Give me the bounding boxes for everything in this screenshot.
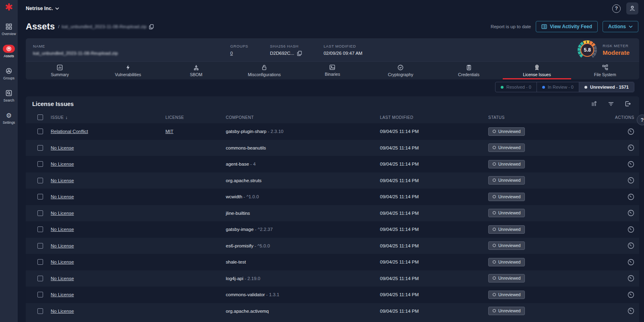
issue-link[interactable]: Relational Conflict [51, 129, 88, 134]
org-switcher[interactable]: Netrise Inc. [26, 6, 59, 11]
risk-gauge: 5.8 [578, 40, 597, 60]
status-badge-label: Unreviewed [498, 194, 520, 199]
table-row[interactable]: No License jline-builtins 09/04/25 11:14… [26, 205, 639, 222]
filter-icon[interactable] [608, 101, 614, 107]
tab-misconfigurations[interactable]: Misconfigurations [230, 62, 298, 79]
history-action-icon[interactable] [627, 177, 634, 184]
license-link[interactable]: MIT [165, 129, 173, 134]
status-badge[interactable]: Unreviewed [488, 176, 525, 185]
row-checkbox[interactable] [37, 161, 43, 167]
row-checkbox[interactable] [37, 210, 43, 216]
component-version: - ^5.0.0 [253, 243, 270, 248]
column-header-modified[interactable]: LAST MODIFIED [380, 115, 488, 120]
filter-in-review[interactable]: In Review - 0 [537, 82, 579, 92]
status-badge[interactable]: Unreviewed [488, 193, 525, 201]
table-row[interactable]: No License agent-base - 4 09/04/25 11:14… [26, 156, 639, 172]
history-action-icon[interactable] [627, 226, 634, 233]
view-activity-feed-button[interactable]: View Activity Feed [536, 21, 598, 32]
row-checkbox[interactable] [37, 226, 43, 232]
history-action-icon[interactable] [627, 259, 634, 266]
sidebar-item-groups[interactable]: Groups [3, 67, 15, 80]
issue-link[interactable]: No License [51, 243, 74, 248]
tab-cryptography[interactable]: Cryptography [367, 62, 435, 79]
table-row[interactable]: No License commons-beanutils 09/04/25 11… [26, 140, 639, 156]
issue-link[interactable]: No License [51, 292, 74, 297]
groups-count-link[interactable]: 0 [230, 51, 233, 56]
history-action-icon[interactable] [627, 242, 634, 249]
tab-vulnerabilities[interactable]: Vulnerabilities [94, 62, 162, 79]
row-checkbox[interactable] [37, 129, 43, 134]
table-row[interactable]: Relational Conflict MIT gatsby-plugin-sh… [26, 123, 639, 140]
history-action-icon[interactable] [627, 128, 634, 135]
tab-binaries[interactable]: Binaries [298, 62, 366, 79]
issue-link[interactable]: No License [51, 178, 74, 183]
export-icon[interactable] [625, 101, 631, 107]
help-icon[interactable]: ? [612, 4, 621, 13]
table-row[interactable]: No License org.apache.activemq 09/04/25 … [26, 303, 639, 320]
tab-file-system[interactable]: File System [571, 62, 639, 79]
row-checkbox[interactable] [37, 308, 43, 314]
tab-sbom[interactable]: SBOM [162, 62, 230, 79]
select-all-checkbox[interactable] [37, 114, 43, 120]
status-badge[interactable]: Unreviewed [488, 307, 525, 315]
history-action-icon[interactable] [627, 161, 634, 168]
sidebar-item-search[interactable]: Search [3, 89, 15, 102]
status-badge[interactable]: Unreviewed [488, 241, 525, 250]
status-badge[interactable]: Unreviewed [488, 225, 525, 234]
row-checkbox[interactable] [37, 145, 43, 151]
history-action-icon[interactable] [627, 210, 634, 216]
column-settings-icon[interactable] [591, 101, 597, 107]
column-header-issue[interactable]: ISSUE↓ [43, 115, 165, 120]
table-row[interactable]: No License shale-test 09/04/25 11:14 PM … [26, 254, 639, 270]
tab-credentials[interactable]: Credentials [435, 62, 503, 79]
issue-link[interactable]: No License [51, 211, 74, 216]
history-action-icon[interactable] [627, 275, 634, 282]
issue-link[interactable]: No License [51, 309, 74, 314]
actions-button[interactable]: Actions [603, 21, 638, 32]
table-row[interactable]: No License gatsby-image - ^2.2.37 09/04/… [26, 221, 639, 238]
column-header-component[interactable]: COMPONENT [226, 115, 380, 120]
copy-icon[interactable] [149, 24, 154, 29]
issue-link[interactable]: No License [51, 194, 74, 199]
status-badge[interactable]: Unreviewed [488, 258, 525, 266]
sidebar-item-assets[interactable]: Assets [3, 45, 15, 58]
row-checkbox[interactable] [37, 276, 43, 281]
history-action-icon[interactable] [627, 193, 634, 200]
filter-resolved[interactable]: Resolved - 0 [495, 82, 537, 92]
issue-link[interactable]: No License [51, 260, 74, 264]
row-checkbox[interactable] [37, 194, 43, 199]
column-header-license[interactable]: LICENSE [165, 115, 226, 120]
issue-link[interactable]: No License [51, 276, 74, 281]
history-action-icon[interactable] [627, 307, 634, 314]
sidebar-item-overview[interactable]: Overview [2, 23, 16, 36]
column-header-status[interactable]: STATUS [488, 115, 618, 120]
netrise-logo-icon[interactable]: ✱ [5, 2, 13, 12]
status-badge[interactable]: Unreviewed [488, 274, 525, 283]
tab-summary[interactable]: Summary [26, 62, 94, 79]
copy-icon[interactable] [297, 51, 302, 56]
issue-link[interactable]: No License [51, 162, 74, 166]
status-badge[interactable]: Unreviewed [488, 160, 525, 168]
history-action-icon[interactable] [627, 144, 634, 151]
component-name: org.apache.activemq [226, 309, 269, 314]
table-row[interactable]: No License org.apache.struts 09/04/25 11… [26, 172, 639, 189]
sidebar-item-settings[interactable]: ⚙ Settings [3, 111, 15, 125]
table-row[interactable]: No License log4j-api - 2.19.0 09/04/25 1… [26, 270, 639, 287]
status-badge[interactable]: Unreviewed [488, 127, 525, 136]
status-badge[interactable]: Unreviewed [488, 209, 525, 217]
row-checkbox[interactable] [37, 243, 43, 249]
issue-link[interactable]: No License [51, 227, 74, 232]
row-checkbox[interactable] [37, 178, 43, 183]
history-action-icon[interactable] [627, 291, 634, 298]
row-checkbox[interactable] [37, 292, 43, 297]
user-menu-button[interactable] [626, 2, 638, 15]
table-row[interactable]: No License commons-validator - 1.3.1 09/… [26, 287, 639, 303]
table-row[interactable]: No License wcwidth - ^1.0.0 09/04/25 11:… [26, 189, 639, 205]
filter-unreviewed[interactable]: Unreviewed - 1571 [579, 82, 634, 92]
row-checkbox[interactable] [37, 259, 43, 265]
issue-link[interactable]: No License [51, 145, 74, 150]
table-row[interactable]: No License es6-promisify - ^5.0.0 09/04/… [26, 238, 639, 254]
status-badge[interactable]: Unreviewed [488, 143, 525, 152]
status-badge[interactable]: Unreviewed [488, 291, 525, 299]
tab-license-issues[interactable]: License Issues [503, 62, 571, 79]
